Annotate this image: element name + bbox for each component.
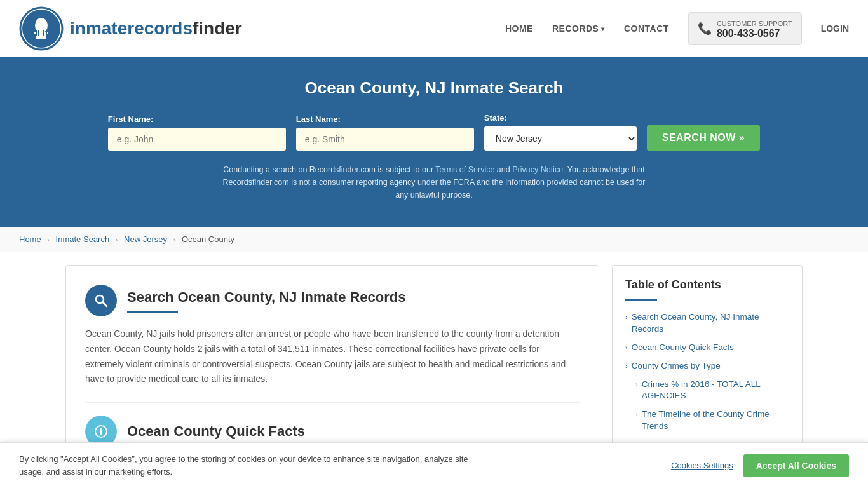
customer-support-box: 📞 CUSTOMER SUPPORT 800-433-0567 <box>688 12 802 45</box>
breadcrumb-home[interactable]: Home <box>19 234 41 244</box>
cookie-text: By clicking "Accept All Cookies", you ag… <box>19 453 477 478</box>
article: Search Ocean County, NJ Inmate Records O… <box>65 265 599 461</box>
cookies-settings-button[interactable]: Cookies Settings <box>671 461 733 470</box>
toc-item-4: › Crimes % in 2016 - TOTAL ALL AGENCIES <box>625 379 789 403</box>
privacy-link[interactable]: Privacy Notice <box>512 165 563 174</box>
state-group: State: New Jersey New York California Te… <box>484 113 637 151</box>
accept-all-cookies-button[interactable]: Accept All Cookies <box>743 454 849 477</box>
svg-rect-7 <box>38 30 39 36</box>
breadcrumb-state[interactable]: New Jersey <box>124 234 167 244</box>
first-name-group: First Name: <box>108 114 286 151</box>
toc-link-3[interactable]: › County Crimes by Type <box>625 360 789 372</box>
nav-records[interactable]: RECORDS ▾ <box>552 24 605 34</box>
nav-home[interactable]: HOME <box>505 24 533 34</box>
section2-title: Ocean County Quick Facts <box>127 423 305 440</box>
section1-header: Search Ocean County, NJ Inmate Records <box>85 285 580 316</box>
nav-records-label: RECORDS <box>552 24 599 34</box>
last-name-label: Last Name: <box>296 114 474 124</box>
toc-item-2: › Ocean County Quick Facts <box>625 342 789 354</box>
search-button[interactable]: SEARCH NOW » <box>647 125 760 151</box>
section1-text: Ocean County, NJ jails hold prisoners af… <box>85 327 580 387</box>
toc-divider <box>625 299 657 301</box>
svg-rect-6 <box>36 30 37 36</box>
sidebar-toc: Table of Contents › Search Ocean County,… <box>612 265 803 471</box>
logo-text-regular: inmaterecords <box>70 18 193 38</box>
first-name-input[interactable] <box>108 128 286 151</box>
section1-underline <box>127 311 178 313</box>
nav-contact[interactable]: CONTACT <box>624 24 669 34</box>
search-icon-circle <box>85 285 117 316</box>
logo-area: inmaterecordsfinder <box>19 6 242 51</box>
search-form: First Name: Last Name: State: New Jersey… <box>13 113 855 151</box>
support-label: CUSTOMER SUPPORT <box>717 20 792 27</box>
toc-title: Table of Contents <box>625 278 789 292</box>
state-select[interactable]: New Jersey New York California Texas Flo… <box>484 126 637 151</box>
support-number[interactable]: 800-433-0567 <box>717 28 792 39</box>
toc-item-1: › Search Ocean County, NJ Inmate Records <box>625 311 789 336</box>
svg-line-11 <box>103 302 107 306</box>
cookie-banner: By clicking "Accept All Cookies", you ag… <box>0 442 868 484</box>
hero-title: Ocean County, NJ Inmate Search <box>13 78 855 98</box>
logo-icon <box>19 6 64 51</box>
toc-link-2[interactable]: › Ocean County Quick Facts <box>625 342 789 354</box>
chevron-right-icon-4: › <box>635 380 638 390</box>
toc-label-4: Crimes % in 2016 - TOTAL ALL AGENCIES <box>642 379 789 403</box>
toc-link-5[interactable]: › The Timeline of the County Crime Trend… <box>635 409 789 433</box>
chevron-right-icon-2: › <box>625 343 628 353</box>
toc-label-3: County Crimes by Type <box>632 360 721 372</box>
toc-link-4[interactable]: › Crimes % in 2016 - TOTAL ALL AGENCIES <box>635 379 789 403</box>
toc-label-2: Ocean County Quick Facts <box>632 342 734 354</box>
breadcrumb-county: Ocean County <box>182 234 234 244</box>
toc-item-5: › The Timeline of the County Crime Trend… <box>625 409 789 433</box>
chevron-down-icon: ▾ <box>601 25 605 32</box>
phone-icon: 📞 <box>698 22 712 36</box>
login-button[interactable]: LOGIN <box>821 24 849 34</box>
info-icon <box>93 424 109 439</box>
chevron-right-icon: › <box>625 313 628 322</box>
logo-text-bold: finder <box>193 18 242 38</box>
svg-rect-9 <box>46 30 47 36</box>
breadcrumb-sep-1: › <box>47 236 50 243</box>
toc-item-3: › County Crimes by Type <box>625 360 789 372</box>
chevron-right-icon-3: › <box>625 362 628 371</box>
section1-title-group: Search Ocean County, NJ Inmate Records <box>127 289 406 313</box>
breadcrumb-sep-2: › <box>116 236 118 243</box>
toc-label-5: The Timeline of the County Crime Trends <box>642 409 789 433</box>
section2-preview: Ocean County Quick Facts <box>85 403 580 447</box>
tos-link[interactable]: Terms of Service <box>435 165 494 174</box>
support-info: CUSTOMER SUPPORT 800-433-0567 <box>717 18 792 39</box>
svg-rect-8 <box>43 30 44 36</box>
chevron-right-icon-5: › <box>635 410 638 419</box>
state-label: State: <box>484 113 637 123</box>
toc-label-1: Search Ocean County, NJ Inmate Records <box>632 311 789 336</box>
hero-section: Ocean County, NJ Inmate Search First Nam… <box>0 59 868 227</box>
breadcrumb-sep-3: › <box>173 236 176 243</box>
main-content: Search Ocean County, NJ Inmate Records O… <box>53 265 815 471</box>
cookie-actions: Cookies Settings Accept All Cookies <box>671 454 849 477</box>
section1-title: Search Ocean County, NJ Inmate Records <box>127 289 406 306</box>
first-name-label: First Name: <box>108 114 286 124</box>
logo-text: inmaterecordsfinder <box>70 18 242 39</box>
main-nav: HOME RECORDS ▾ CONTACT 📞 CUSTOMER SUPPOR… <box>505 12 849 45</box>
toc-link-1[interactable]: › Search Ocean County, NJ Inmate Records <box>625 311 789 336</box>
hero-disclaimer: Conducting a search on Recordsfinder.com… <box>218 163 650 201</box>
svg-rect-5 <box>40 18 43 23</box>
search-icon <box>93 293 109 308</box>
breadcrumb-inmate-search[interactable]: Inmate Search <box>56 234 110 244</box>
last-name-input[interactable] <box>296 128 474 151</box>
last-name-group: Last Name: <box>296 114 474 151</box>
site-header: inmaterecordsfinder HOME RECORDS ▾ CONTA… <box>0 0 868 59</box>
breadcrumb: Home › Inmate Search › New Jersey › Ocea… <box>0 227 868 252</box>
toc-list: › Search Ocean County, NJ Inmate Records… <box>625 311 789 451</box>
